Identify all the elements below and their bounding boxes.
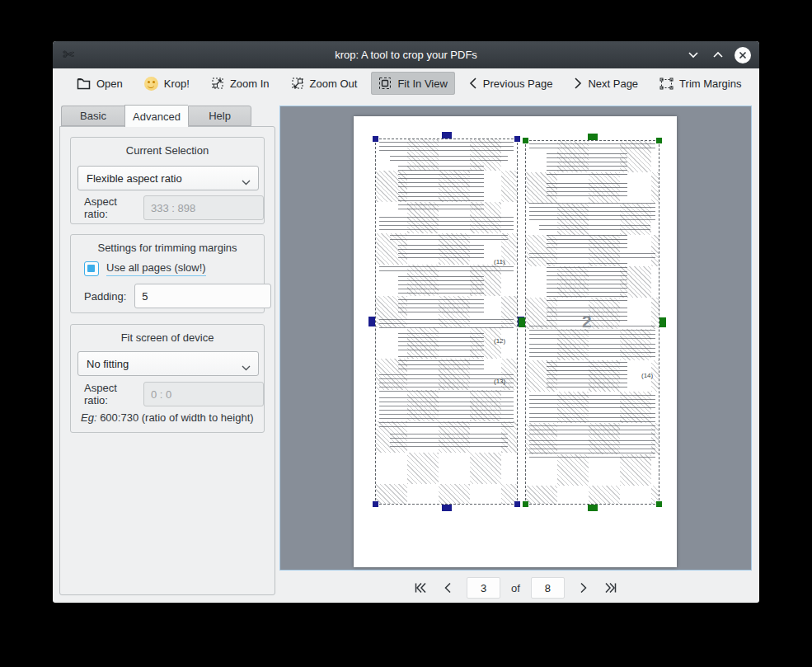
- trim-settings-title: Settings for trimming margins: [71, 235, 264, 254]
- app-window: ✄ krop: A tool to crop your PDFs Open Kr…: [53, 41, 759, 603]
- tab-advanced[interactable]: Advanced: [124, 105, 188, 127]
- fit-in-view-button[interactable]: Fit In View: [371, 72, 454, 95]
- selection-hatch-pattern: [526, 141, 659, 504]
- example-text: 600:730 (ratio of width to height): [97, 411, 254, 424]
- resize-handle-top[interactable]: [442, 132, 452, 139]
- maximize-button[interactable]: [710, 47, 726, 63]
- current-selection-title: Current Selection: [71, 138, 264, 157]
- titlebar[interactable]: ✄ krop: A tool to crop your PDFs: [53, 41, 759, 68]
- zoom-out-label: Zoom Out: [310, 78, 358, 90]
- current-page-input[interactable]: [467, 577, 500, 599]
- tab-basic[interactable]: Basic: [61, 106, 124, 126]
- previous-page-label: Previous Page: [483, 78, 553, 90]
- open-label: Open: [96, 78, 123, 90]
- checkbox-checked-icon[interactable]: [84, 261, 99, 276]
- chevron-left-icon: [469, 77, 477, 90]
- resize-handle-left[interactable]: [368, 317, 375, 326]
- scissors-app-icon: ✄: [63, 46, 74, 63]
- chevron-down-icon: [242, 176, 251, 188]
- example-prefix: Eg:: [81, 411, 97, 424]
- resize-handle-bottom-right[interactable]: [656, 501, 662, 507]
- page-navigation-bar: of: [279, 576, 752, 599]
- chevron-right-icon: [574, 77, 582, 90]
- smiley-icon: [144, 77, 158, 91]
- use-all-pages-label: Use all pages (slow!): [106, 261, 206, 276]
- current-selection-group: Current Selection Flexible aspect ratio …: [70, 137, 265, 224]
- resize-handle-top-left[interactable]: [523, 138, 528, 143]
- aspect-mode-value: Flexible aspect ratio: [87, 172, 182, 185]
- padding-label: Padding:: [84, 290, 126, 303]
- zoom-in-button[interactable]: Zoom In: [204, 72, 277, 95]
- chevron-down-icon: [242, 361, 251, 373]
- advanced-tab-panel: Current Selection Flexible aspect ratio …: [59, 126, 275, 595]
- trim-margins-button[interactable]: Trim Margins: [652, 73, 749, 95]
- resize-handle-left[interactable]: [519, 317, 525, 327]
- fit-device-title: Fit screen of device: [71, 325, 264, 344]
- zoom-out-icon: [291, 77, 304, 90]
- fit-mode-dropdown[interactable]: No fitting: [77, 351, 259, 376]
- next-page-button[interactable]: Next Page: [566, 72, 645, 95]
- selection-hatch-pattern: [376, 139, 517, 504]
- krop-button[interactable]: Krop!: [137, 72, 197, 96]
- resize-handle-top-left[interactable]: [373, 136, 378, 142]
- main-toolbar: Open Krop! Zoom In Zoom Out Fit In View …: [53, 68, 759, 98]
- resize-handle-right[interactable]: [659, 317, 666, 327]
- total-pages-input[interactable]: [531, 577, 565, 599]
- next-page-label: Next Page: [588, 78, 638, 90]
- minimize-button[interactable]: [685, 47, 702, 63]
- fit-mode-value: No fitting: [87, 358, 129, 370]
- close-button[interactable]: [735, 47, 751, 63]
- open-button[interactable]: Open: [69, 73, 130, 95]
- aspect-ratio-input: [143, 195, 264, 220]
- example-hint: Eg: 600:730 (ratio of width to height): [81, 411, 254, 424]
- zoom-out-button[interactable]: Zoom Out: [284, 72, 365, 95]
- window-title: krop: A tool to crop your PDFs: [53, 49, 759, 61]
- resize-handle-bottom-right[interactable]: [514, 501, 520, 507]
- trim-settings-group: Settings for trimming margins Use all pa…: [70, 234, 265, 313]
- device-aspect-ratio-label: Aspect ratio:: [84, 382, 135, 406]
- trim-margins-label: Trim Margins: [679, 78, 741, 90]
- next-page-nav-button[interactable]: [575, 578, 592, 598]
- pdf-page[interactable]: (11) (12) (13) (14) 2: [354, 116, 677, 567]
- pdf-preview-viewport[interactable]: (11) (12) (13) (14) 2: [279, 106, 752, 571]
- first-page-button[interactable]: [412, 578, 429, 598]
- fit-device-group: Fit screen of device No fitting Aspect r…: [70, 324, 265, 433]
- of-label: of: [511, 582, 520, 594]
- zoom-in-icon: [211, 77, 224, 90]
- trim-margins-icon: [659, 78, 674, 90]
- resize-handle-bottom[interactable]: [588, 505, 598, 511]
- crop-region-right[interactable]: [525, 140, 659, 505]
- resize-handle-bottom[interactable]: [442, 505, 452, 511]
- aspect-ratio-label: Aspect ratio:: [84, 195, 135, 220]
- device-aspect-ratio-input: [143, 382, 264, 406]
- resize-handle-top[interactable]: [588, 134, 598, 140]
- previous-page-nav-button[interactable]: [439, 578, 456, 598]
- krop-label: Krop!: [164, 78, 190, 90]
- fit-in-view-icon: [378, 77, 392, 90]
- resize-handle-top-right[interactable]: [514, 136, 520, 142]
- resize-handle-bottom-left[interactable]: [373, 501, 378, 507]
- resize-handle-bottom-left[interactable]: [523, 501, 528, 507]
- fit-in-view-label: Fit In View: [397, 78, 447, 90]
- tab-help[interactable]: Help: [188, 106, 251, 126]
- last-page-button[interactable]: [603, 578, 619, 598]
- crop-region-left[interactable]: [375, 139, 518, 505]
- aspect-mode-dropdown[interactable]: Flexible aspect ratio: [77, 166, 259, 190]
- padding-input[interactable]: [134, 284, 271, 308]
- use-all-pages-checkbox-row[interactable]: Use all pages (slow!): [84, 261, 206, 276]
- resize-handle-top-right[interactable]: [656, 138, 662, 143]
- settings-tabbar: Basic Advanced Help: [61, 106, 251, 127]
- zoom-in-label: Zoom In: [230, 78, 270, 90]
- folder-open-icon: [77, 78, 91, 90]
- previous-page-button[interactable]: Previous Page: [462, 72, 561, 95]
